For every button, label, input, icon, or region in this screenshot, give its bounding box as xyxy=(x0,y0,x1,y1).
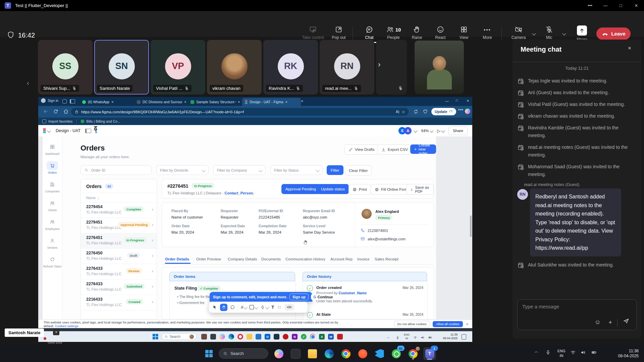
text-tool-icon[interactable]: T xyxy=(271,305,274,310)
tab-communication-history[interactable]: Communication History xyxy=(285,257,325,261)
order-row[interactable]: 2276433TL Flex Holdings LLC Review › xyxy=(81,264,157,280)
shared-folder-icon[interactable] xyxy=(247,334,252,340)
new-tab-icon[interactable]: + xyxy=(301,99,304,104)
shared-language-indicator[interactable]: ENGIN xyxy=(404,333,410,340)
print-button[interactable]: Print xyxy=(348,184,371,195)
sync-icon[interactable] xyxy=(413,109,419,116)
taskbar-whatsapp[interactable]: 81 xyxy=(390,347,402,360)
people-button[interactable]: 10 People xyxy=(382,25,405,40)
bookmark-import-favorites[interactable]: Import favorites xyxy=(42,119,72,123)
shared-app-icon[interactable] xyxy=(201,334,207,340)
order-row[interactable]: 2279454TL Flex Holdings LLC Complete › xyxy=(81,202,157,218)
participant-tile-video-large[interactable] xyxy=(415,41,464,94)
window-more-button[interactable]: ••• xyxy=(582,0,598,11)
save-as-pdf-button[interactable]: Save as PDF xyxy=(406,184,434,195)
pop-out-button[interactable]: Pop out xyxy=(328,25,350,40)
taskbar-search[interactable]: Search xyxy=(219,348,268,359)
present-button[interactable]: ▷ xyxy=(437,128,444,133)
order-row[interactable]: 2279451TL Flex Holdings LLC Approval Pen… xyxy=(81,218,157,233)
camera-button[interactable]: Camera xyxy=(508,25,529,40)
contact-phone[interactable]: 2123874901 xyxy=(361,228,388,233)
browser-menu-icon[interactable]: ••• xyxy=(458,108,464,112)
contact-email[interactable]: alex@vstatefilings.com xyxy=(361,237,406,241)
tab-order-preview[interactable]: Order Preview xyxy=(196,257,221,261)
layout-panel-icon[interactable] xyxy=(85,129,91,133)
taskbar-github[interactable] xyxy=(289,347,302,360)
shared-onenote-icon[interactable]: N xyxy=(292,334,298,340)
move-tool-icon[interactable] xyxy=(212,305,217,310)
chat-input[interactable]: Type a message ☺ + xyxy=(517,299,637,330)
tab-close-icon[interactable]: × xyxy=(111,100,113,104)
read-aloud-icon[interactable]: A) xyxy=(396,110,399,114)
browser-close-icon[interactable]: × xyxy=(467,98,469,103)
browser-tab-figma-active[interactable]: Design - UAT - Figma × xyxy=(242,98,301,106)
shared-search-box[interactable]: Search xyxy=(162,333,197,340)
view-drafts-button[interactable]: View Drafts xyxy=(344,144,379,155)
participant-tile[interactable]: SS Shivani Sup... xyxy=(38,40,93,95)
dev-mode-toggle[interactable]: </> xyxy=(284,304,294,310)
chat-close-icon[interactable]: × xyxy=(628,45,631,52)
bookmark-bills[interactable]: Bills | Billing and Co... xyxy=(81,119,120,123)
allow-cookies-button[interactable]: Allow all cookies xyxy=(433,321,463,327)
zoom-control[interactable]: 94% xyxy=(421,129,433,133)
tab-account-rep[interactable]: Account Rep xyxy=(330,257,353,261)
home-icon[interactable] xyxy=(63,109,69,116)
order-id-search-input[interactable]: Order ID xyxy=(80,165,152,175)
order-row-selected[interactable]: 2276451TL Flex Holdings LLC In Progress … xyxy=(81,233,157,249)
leave-button[interactable]: Leave xyxy=(596,27,631,40)
hand-tool-icon[interactable] xyxy=(220,304,227,311)
more-button[interactable]: ••• More xyxy=(477,25,498,40)
emoji-icon[interactable]: ☺ xyxy=(595,319,601,326)
mic-chevron-icon[interactable] xyxy=(562,32,566,35)
participant-tile-partial[interactable] xyxy=(376,40,407,95)
window-close-button[interactable]: × xyxy=(629,0,644,11)
contact-person-link[interactable]: Contact_Person. xyxy=(225,191,254,195)
shape-tool-icon[interactable] xyxy=(250,305,258,309)
taskbar-vscode[interactable] xyxy=(373,347,386,360)
participant-tile[interactable]: RK Ravindra K... xyxy=(263,40,318,95)
shared-edge-icon[interactable] xyxy=(228,334,234,340)
actions-tool-icon[interactable] xyxy=(277,305,282,310)
order-row[interactable]: 2216433TL Flex Holdings LLC Created › xyxy=(81,295,157,310)
figma-share-button[interactable]: Share xyxy=(448,126,468,135)
taskbar-edge[interactable] xyxy=(323,347,335,360)
tab-close-icon[interactable]: × xyxy=(238,100,240,104)
sidebar-item-refresh-token[interactable]: Refresh Token xyxy=(43,255,62,268)
filmstrip-prev-icon[interactable]: ‹ xyxy=(27,79,29,87)
shared-app-icon[interactable] xyxy=(274,334,279,340)
approval-pending-button[interactable]: Approval Pending xyxy=(281,184,320,194)
shared-notifications-icon[interactable] xyxy=(462,334,466,340)
raise-hand-button[interactable]: Raise xyxy=(407,25,427,40)
view-button[interactable]: View xyxy=(453,25,474,40)
participant-tile-active-speaker[interactable]: SN Santosh Narate xyxy=(94,40,149,95)
deny-cookies-button[interactable]: Do not allow cookies xyxy=(394,321,430,327)
browser-tab-salary-sheet[interactable]: Sample Salary Structure with calc × xyxy=(188,98,245,106)
news-widget[interactable]: MI - RLB Game score xyxy=(44,335,62,344)
list-header-row[interactable]: Name↓ xyxy=(81,193,157,203)
figma-doc-title[interactable]: Design - UAT xyxy=(56,128,80,133)
tab-actions-icon[interactable] xyxy=(62,99,67,104)
browser-minimize-icon[interactable]: — xyxy=(445,99,449,103)
tray-wifi-icon[interactable] xyxy=(570,350,576,357)
sidebar-item-companies[interactable]: Companies xyxy=(45,180,60,193)
tab-close-icon[interactable]: × xyxy=(184,100,186,104)
attach-plus-icon[interactable]: + xyxy=(608,319,612,326)
clear-filter-button[interactable]: Clear Filter xyxy=(345,165,372,176)
sidebar-item-dashboard[interactable]: Dashboard xyxy=(45,142,59,156)
language-indicator[interactable]: ENGIN xyxy=(557,349,566,358)
window-maximize-button[interactable]: □ xyxy=(613,0,629,11)
taskbar-teams-active[interactable]: T 1 xyxy=(423,347,436,360)
comment-tool-icon[interactable] xyxy=(230,305,235,310)
taskbar-explorer[interactable] xyxy=(306,347,319,360)
send-icon[interactable] xyxy=(623,317,630,326)
filter-company-select[interactable]: Filter by Company xyxy=(213,165,266,175)
taskbar-chrome[interactable] xyxy=(339,347,352,360)
sidebar-item-orders[interactable]: Orders xyxy=(47,161,58,174)
sign-up-button[interactable]: Sign up xyxy=(289,294,309,300)
participant-tile[interactable]: RN read.ai mee... xyxy=(320,40,374,95)
shared-tray-chevron-icon[interactable] xyxy=(386,335,390,341)
frame-tool-icon[interactable]: # xyxy=(241,305,247,310)
shared-mcafee-icon[interactable] xyxy=(283,334,288,340)
filter-domicile-select[interactable]: Filter by Domicile xyxy=(156,165,209,175)
shared-todo-icon[interactable]: ✓ xyxy=(301,334,307,340)
